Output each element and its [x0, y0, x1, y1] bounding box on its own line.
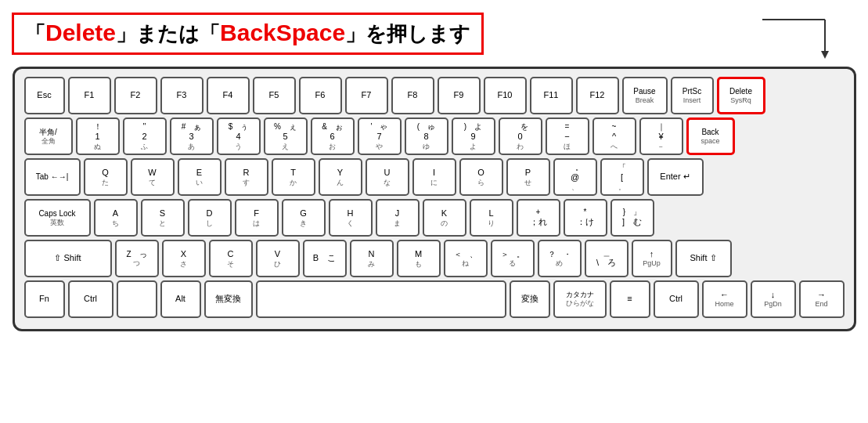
key-6[interactable]: & ぉ6お	[311, 118, 355, 155]
key-b[interactable]: B こ	[303, 240, 347, 277]
key-e[interactable]: Eい	[178, 158, 222, 196]
key-hankaku-zenkaku[interactable]: 半角/全角	[24, 118, 73, 155]
key-caret[interactable]: ~^へ	[592, 118, 636, 155]
key-f10[interactable]: F10	[484, 77, 527, 114]
key-0[interactable]: を0わ	[499, 118, 542, 155]
key-t[interactable]: Tか	[272, 158, 315, 196]
key-c[interactable]: Cそ	[209, 240, 253, 277]
key-j[interactable]: Jま	[376, 199, 420, 237]
key-space[interactable]	[256, 280, 506, 318]
key-backslash[interactable]: ＿\ ろ	[585, 240, 628, 277]
key-g[interactable]: Gき	[282, 199, 326, 237]
key-pause-break[interactable]: PauseBreak	[622, 77, 668, 114]
key-f4[interactable]: F4	[207, 77, 250, 114]
key-a[interactable]: Aち	[94, 199, 138, 237]
title-area: 「Delete」または「BackSpace」を押します	[12, 8, 856, 59]
key-3[interactable]: # ぁ3あ	[170, 118, 214, 155]
key-w[interactable]: Wて	[131, 158, 175, 196]
key-slash[interactable]: ？ ・め	[538, 240, 582, 277]
key-shift-right[interactable]: Shift ⇧	[675, 240, 732, 277]
key-s[interactable]: Sと	[141, 199, 185, 237]
key-i[interactable]: Iに	[412, 158, 456, 196]
key-row-zxcv: ⇧ Shift Z っつ Xさ Cそ Vひ B こ Nみ Mも ＜ 、ね ＞ 。…	[24, 240, 845, 277]
key-8[interactable]: ( ゅ8ゆ	[405, 118, 448, 155]
key-katakana[interactable]: カタカナひらがな	[553, 280, 607, 318]
key-row-bottom: Fn Ctrl Alt 無変換 変換 カタカナひらがな ≡ Ctrl ←Home…	[24, 280, 845, 318]
key-9[interactable]: ) よ9よ	[452, 118, 495, 155]
key-1[interactable]: ！1ぬ	[76, 118, 120, 155]
key-right-end[interactable]: →End	[799, 280, 845, 318]
key-p[interactable]: Pせ	[506, 158, 550, 196]
key-minus[interactable]: =−ほ	[546, 118, 589, 155]
key-capslock[interactable]: Caps Lock英数	[24, 199, 91, 237]
key-enter[interactable]: Enter ↵	[647, 158, 704, 196]
key-f8[interactable]: F8	[391, 77, 434, 114]
key-k[interactable]: Kの	[423, 199, 466, 237]
key-y[interactable]: Yん	[319, 158, 362, 196]
arrow-indicator	[484, 8, 856, 59]
key-n[interactable]: Nみ	[350, 240, 394, 277]
key-yen[interactable]: ｜¥−	[639, 118, 683, 155]
title-box: 「Delete」または「BackSpace」を押します	[12, 13, 484, 55]
key-pgup[interactable]: ↑PgUp	[632, 240, 672, 277]
key-semicolon[interactable]: +；れ	[517, 199, 560, 237]
key-2[interactable]: "2ふ	[123, 118, 167, 155]
key-f3[interactable]: F3	[160, 77, 203, 114]
key-l[interactable]: Lり	[470, 199, 513, 237]
key-fn[interactable]: Fn	[24, 280, 65, 318]
key-left-home[interactable]: ←Home	[702, 280, 747, 318]
key-row-asdf: Caps Lock英数 Aち Sと Dし Fは Gき Hく Jま Kの Lり +…	[24, 199, 845, 237]
key-v[interactable]: Vひ	[256, 240, 300, 277]
key-period[interactable]: ＞ 。る	[491, 240, 535, 277]
key-lbracket[interactable]: 「[。	[600, 158, 644, 196]
key-q[interactable]: Qた	[84, 158, 128, 196]
key-shift-left[interactable]: ⇧ Shift	[24, 240, 112, 277]
title-middle: 」または「	[116, 22, 220, 45]
key-f11[interactable]: F11	[530, 77, 573, 114]
key-f1[interactable]: F1	[68, 77, 111, 114]
key-tab[interactable]: Tab ←→|	[24, 158, 81, 196]
title-backspace: BackSpace	[220, 20, 345, 45]
key-comma[interactable]: ＜ 、ね	[444, 240, 488, 277]
key-u[interactable]: Uな	[366, 158, 409, 196]
key-o[interactable]: Oら	[459, 158, 503, 196]
key-f6[interactable]: F6	[299, 77, 342, 114]
key-f7[interactable]: F7	[345, 77, 388, 114]
key-ctrl-right[interactable]: Ctrl	[654, 280, 699, 318]
title-suffix: 」を押します	[345, 22, 470, 45]
key-ctrl-left[interactable]: Ctrl	[68, 280, 113, 318]
key-f2[interactable]: F2	[114, 77, 157, 114]
key-4[interactable]: $ ぅ4う	[217, 118, 261, 155]
key-row-number: 半角/全角 ！1ぬ "2ふ # ぁ3あ $ ぅ4う % ぇ5え & ぉ6お ' …	[24, 118, 845, 155]
key-esc[interactable]: Esc	[24, 77, 65, 114]
key-x[interactable]: Xさ	[162, 240, 206, 277]
key-at[interactable]: 。@、	[553, 158, 597, 196]
key-backspace[interactable]: Backspace	[686, 118, 735, 155]
key-7[interactable]: ' ゃ7や	[358, 118, 402, 155]
key-rbracket[interactable]: } 」] む	[610, 199, 654, 237]
key-blank[interactable]	[117, 280, 157, 318]
key-row-function: Esc F1 F2 F3 F4 F5 F6 F7 F8 F9 F10 F11 F…	[24, 77, 845, 114]
key-z[interactable]: Z っつ	[115, 240, 159, 277]
key-f5[interactable]: F5	[253, 77, 296, 114]
key-alt[interactable]: Alt	[160, 280, 201, 318]
key-delete-sysrq[interactable]: DeleteSysRq	[717, 77, 765, 114]
key-muhenkan[interactable]: 無変換	[204, 280, 253, 318]
key-m[interactable]: Mも	[397, 240, 441, 277]
key-henkan[interactable]: 変換	[510, 280, 550, 318]
key-f12[interactable]: F12	[576, 77, 619, 114]
key-h[interactable]: Hく	[329, 199, 373, 237]
key-r[interactable]: Rす	[225, 158, 268, 196]
key-prtsc-insert[interactable]: PrtScInsert	[671, 77, 714, 114]
key-colon[interactable]: *：け	[564, 199, 607, 237]
svg-marker-2	[821, 51, 829, 59]
key-f9[interactable]: F9	[438, 77, 481, 114]
key-f[interactable]: Fは	[235, 199, 279, 237]
title-prefix: 「	[25, 22, 45, 45]
key-row-qwerty: Tab ←→| Qた Wて Eい Rす Tか Yん Uな Iに Oら Pせ 。@…	[24, 158, 845, 196]
key-down-pgdn[interactable]: ↓PgDn	[751, 280, 796, 318]
key-5[interactable]: % ぇ5え	[264, 118, 308, 155]
key-d[interactable]: Dし	[188, 199, 232, 237]
title-delete: Delete	[45, 20, 116, 45]
key-menu[interactable]: ≡	[610, 280, 650, 318]
